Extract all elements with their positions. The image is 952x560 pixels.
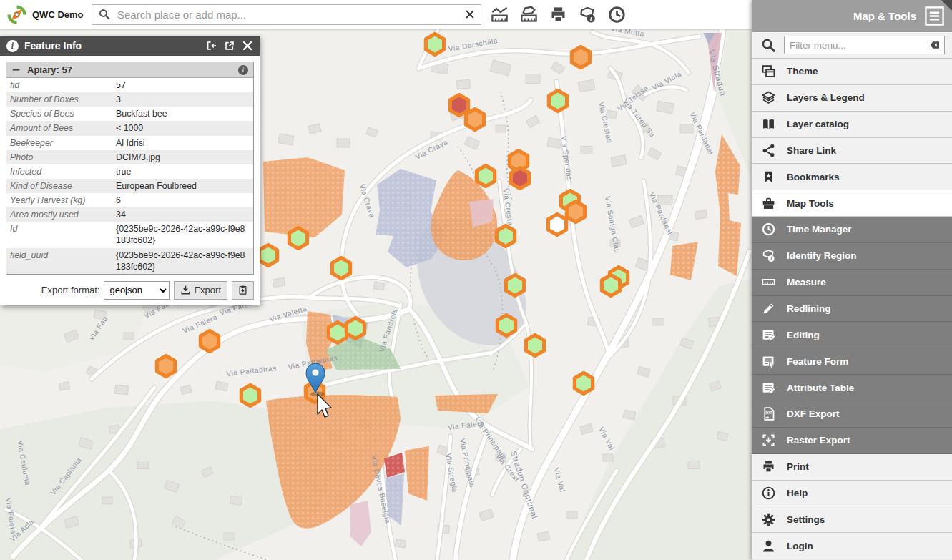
edit-list-icon [761,328,776,343]
sidebar-item-help[interactable]: Help [752,481,952,507]
attribute-row: Id{0235be9c-2026-42ac-a99c-f9e8183fc602} [6,222,253,247]
sidebar-item-settings[interactable]: Settings [752,506,952,533]
measure-line-icon[interactable] [490,5,509,24]
catalog-icon [761,117,776,132]
sidebar-item-dxf-export[interactable]: DXFDXF Export [752,401,952,428]
apiary-marker-green[interactable] [332,258,350,279]
measure-area-icon[interactable] [519,5,539,24]
apiary-marker-orange[interactable] [571,47,589,68]
sidebar-item-map-tools[interactable]: Map Tools [752,190,952,217]
collapse-icon[interactable] [11,65,21,74]
attribute-row: Area mostly used34 [6,207,253,222]
sidebar-item-identify-region[interactable]: iIdentify Region [752,243,952,270]
app-logo: QWC Demo [0,5,84,24]
share-icon [761,143,776,158]
attribute-label: Species of Bees [6,107,112,121]
apiary-marker-green[interactable] [241,385,259,406]
apiary-marker-green[interactable] [549,91,566,112]
sidebar-item-editing[interactable]: Editing [752,322,952,348]
attribute-value: European Foulbreed [112,179,253,193]
apiary-marker-green[interactable] [506,275,524,296]
apiary-marker-red[interactable] [511,168,529,189]
export-format-label: Export format: [41,285,100,295]
export-row: Export format: geojson Export [6,281,254,300]
sidebar-item-bookmarks[interactable]: Bookmarks [752,164,952,190]
sidebar-item-label: Login [787,541,813,551]
sidebar-item-measure[interactable]: Measure [752,270,952,296]
sidebar-item-redlining[interactable]: Redlining [752,296,952,323]
attribute-value: DCIM/3.jpg [112,150,253,164]
attribute-value: 57 [112,78,253,92]
sidebar-item-attribute-table[interactable]: Attribute Table [752,375,952,401]
user-icon [761,539,776,554]
feature-info-badge-icon[interactable]: i [238,65,248,75]
copy-to-clipboard-button[interactable] [232,281,254,300]
pencil-icon [761,301,776,316]
search-box[interactable] [92,4,481,25]
export-button[interactable]: Export [174,281,227,300]
filter-menu-input[interactable] [788,39,926,51]
apiary-marker-green[interactable] [259,245,277,266]
ruler-icon [761,275,776,290]
feature-section-header[interactable]: Apiary: 57 i [6,62,253,78]
dock-panel-icon[interactable] [206,40,217,51]
sidebar-item-label: Theme [787,66,818,77]
apiary-marker-green[interactable] [328,323,346,343]
search-clear-icon[interactable] [465,9,475,19]
sidebar-item-login[interactable]: Login [752,533,952,559]
sidebar-item-share-link[interactable]: Share Link [752,138,952,164]
time-manager-icon[interactable] [607,5,627,24]
export-format-select[interactable]: geojson [104,281,170,300]
identify-region-icon: i [761,248,776,263]
attribute-row: PhotoDCIM/3.jpg [6,150,253,164]
sidebar-item-time-manager[interactable]: Time Manager [752,217,952,243]
apiary-marker-green[interactable] [526,335,544,356]
attribute-label: field_uuid [6,248,112,274]
sidebar: Map & Tools ThemeLayers & LegendLayer ca… [752,0,952,560]
search-input[interactable] [116,8,460,21]
close-icon[interactable] [242,40,253,51]
sidebar-item-print[interactable]: Print [752,454,952,481]
sidebar-item-label: Settings [787,514,825,525]
attribute-row: Kind of DiseaseEuropean Foulbreed [6,179,253,193]
apiary-marker-green[interactable] [476,166,494,187]
apiary-marker-green[interactable] [426,34,443,55]
apiary-marker-green[interactable] [289,228,307,249]
apiary-marker-white[interactable] [548,215,566,235]
attribute-row: Number of Boxes3 [6,92,253,107]
sidebar-item-feature-form[interactable]: Feature Form [752,348,952,375]
sidebar-item-label: Bookmarks [787,172,840,182]
apiary-marker-green[interactable] [602,275,619,296]
attribute-value: 3 [112,92,253,107]
clear-filter-icon[interactable] [929,39,941,51]
sidebar-item-theme[interactable]: Theme [752,59,952,85]
sidebar-item-label: Measure [787,277,826,288]
sidebar-item-layer-catalog[interactable]: Layer catalog [752,112,952,138]
attribute-label: fid [6,78,112,92]
sidebar-item-layers-legend[interactable]: Layers & Legend [752,85,952,112]
attribute-value: true [112,164,253,179]
print-icon[interactable] [549,5,568,24]
sidebar-item-label: Map Tools [787,198,834,209]
filter-search-icon [760,37,777,54]
attribute-label: Id [6,222,112,247]
sidebar-item-label: Redlining [787,303,831,314]
apiary-marker-green[interactable] [346,318,364,339]
sidebar-item-label: Time Manager [787,224,852,235]
apiary-marker-green[interactable] [574,373,592,394]
feature-info-header: i Feature Info [0,36,260,56]
feature-info-title: Feature Info [24,40,82,51]
apiary-marker-green[interactable] [496,226,514,247]
gear-icon [761,512,776,527]
apiary-marker-orange[interactable] [157,356,175,377]
sidebar-item-raster-export[interactable]: Raster Export [752,428,952,454]
apiary-marker-orange[interactable] [200,331,218,352]
apiary-marker-orange[interactable] [466,109,484,130]
sidebar-item-label: Identify Region [787,250,857,261]
identify-region-icon[interactable]: i [578,5,597,24]
apiary-marker-green[interactable] [497,315,515,336]
feature-section-title: Apiary: 57 [27,64,72,75]
detach-window-icon[interactable] [224,40,235,51]
apiary-marker-orange[interactable] [566,202,584,222]
clipboard-icon [237,285,248,295]
